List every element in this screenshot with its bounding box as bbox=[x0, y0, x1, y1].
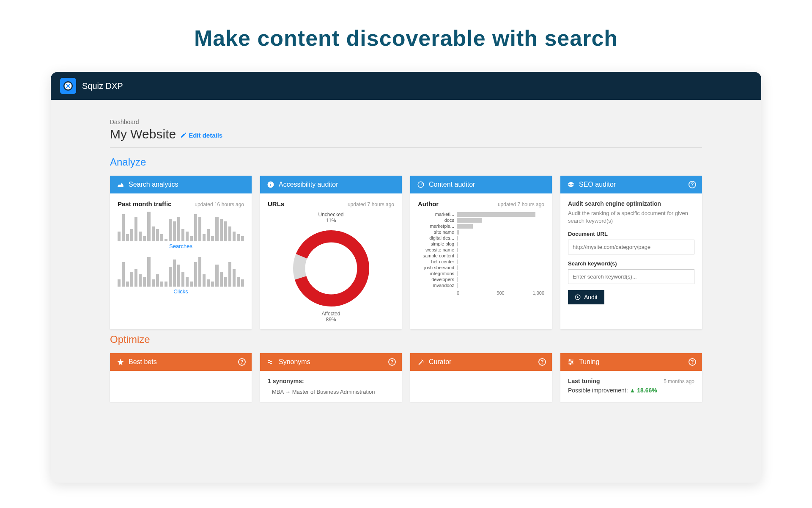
analytics-icon bbox=[117, 181, 124, 188]
keywords-input[interactable] bbox=[568, 269, 694, 284]
unchecked-pct: 11% bbox=[326, 218, 336, 224]
app-header: Squiz DXP bbox=[51, 72, 761, 100]
card-search-analytics[interactable]: Search analytics Past month traffic upda… bbox=[110, 176, 252, 329]
seo-description: Audit the ranking of a specific document… bbox=[568, 210, 694, 225]
help-icon[interactable]: ? bbox=[388, 358, 396, 366]
card-title: Synonyms bbox=[279, 358, 310, 366]
searches-chart-label[interactable]: Searches bbox=[118, 243, 244, 249]
optimize-cards: Best bets ? Synonyms ? 1 synonyms: MBA →… bbox=[110, 353, 702, 402]
edit-details-label: Edit details bbox=[189, 132, 222, 139]
card-title: Search analytics bbox=[129, 181, 178, 188]
card-title: Curator bbox=[429, 358, 451, 366]
card-header: Accessibility auditor bbox=[260, 176, 402, 193]
analyze-cards: Search analytics Past month traffic upda… bbox=[110, 176, 702, 329]
audit-button-label: Audit bbox=[584, 294, 598, 301]
card-title: Best bets bbox=[129, 358, 157, 366]
card-curator[interactable]: Curator ? bbox=[410, 353, 552, 402]
wand-icon bbox=[417, 358, 425, 366]
card-synonyms[interactable]: Synonyms ? 1 synonyms: MBA → Master of B… bbox=[260, 353, 402, 402]
card-seo-auditor: SEO auditor ? Audit search engine optimi… bbox=[560, 176, 702, 329]
card-accessibility[interactable]: Accessibility auditor URLs updated 7 hou… bbox=[260, 176, 402, 329]
svg-rect-3 bbox=[270, 183, 271, 184]
edit-details-link[interactable]: Edit details bbox=[180, 132, 222, 139]
improvement-row: Possible improvement: ▲ 18.66% bbox=[568, 387, 694, 394]
last-tuning-label: Last tuning bbox=[568, 378, 600, 384]
card-subtitle: URLs bbox=[268, 200, 284, 207]
card-header: Curator ? bbox=[410, 353, 552, 371]
svg-point-10 bbox=[570, 363, 571, 364]
svg-point-5 bbox=[299, 236, 363, 300]
play-circle-icon bbox=[575, 294, 581, 300]
card-best-bets[interactable]: Best bets ? bbox=[110, 353, 252, 402]
card-header: Best bets ? bbox=[110, 353, 252, 371]
card-header: Content auditor bbox=[410, 176, 552, 193]
help-icon[interactable]: ? bbox=[238, 358, 246, 366]
card-header: Synonyms ? bbox=[260, 353, 402, 371]
pencil-icon bbox=[180, 132, 187, 138]
synonym-item: MBA → Master of Business Administration bbox=[268, 389, 394, 395]
logo-icon bbox=[60, 78, 76, 94]
help-icon[interactable]: ? bbox=[689, 181, 696, 188]
help-icon[interactable]: ? bbox=[689, 358, 696, 366]
donut-chart bbox=[289, 226, 373, 311]
card-title: Tuning bbox=[579, 358, 599, 366]
app-title: Squiz DXP bbox=[82, 81, 123, 91]
author-chart: marketi...docsmarketpla...site namedigit… bbox=[418, 212, 544, 288]
sliders-icon bbox=[567, 358, 575, 366]
help-icon[interactable]: ? bbox=[538, 358, 546, 366]
improvement-value: 18.66% bbox=[637, 387, 657, 394]
section-analyze-title: Analyze bbox=[110, 156, 702, 168]
section-optimize-title: Optimize bbox=[110, 334, 702, 345]
star-icon bbox=[117, 358, 124, 366]
breadcrumb: Dashboard bbox=[110, 119, 702, 125]
card-title: SEO auditor bbox=[579, 181, 616, 188]
card-subtitle: Author bbox=[418, 200, 439, 207]
gauge-icon bbox=[417, 181, 425, 188]
clicks-chart bbox=[118, 257, 244, 287]
card-subtitle: Past month traffic bbox=[118, 200, 172, 207]
clicks-chart-label[interactable]: Clicks bbox=[118, 288, 244, 295]
breadcrumb-block: Dashboard My Website Edit details bbox=[110, 113, 702, 148]
card-tuning[interactable]: Tuning ? Last tuning 5 months ago Possib… bbox=[560, 353, 702, 402]
graduation-cap-icon bbox=[567, 181, 575, 188]
url-field-label: Document URL bbox=[568, 231, 694, 237]
seo-heading: Audit search engine optimization bbox=[568, 200, 694, 207]
svg-rect-2 bbox=[270, 184, 271, 186]
app-window: Squiz DXP Dashboard My Website Edit deta… bbox=[51, 72, 761, 483]
document-url-input[interactable] bbox=[568, 240, 694, 254]
author-chart-axis: 05001,000 bbox=[418, 290, 544, 295]
updated-label: updated 7 hours ago bbox=[498, 202, 544, 207]
updated-label: updated 16 hours ago bbox=[195, 202, 244, 207]
svg-point-9 bbox=[572, 362, 573, 363]
last-tuning-time: 5 months ago bbox=[664, 378, 694, 384]
synonyms-count: 1 synonyms: bbox=[268, 378, 394, 384]
updated-label: updated 7 hours ago bbox=[348, 202, 394, 207]
card-title: Content auditor bbox=[429, 181, 475, 188]
improvement-label: Possible improvement: bbox=[568, 387, 628, 394]
approximately-icon bbox=[267, 358, 274, 366]
card-header: Tuning ? bbox=[560, 353, 702, 371]
affected-pct: 89% bbox=[326, 317, 336, 323]
card-header: SEO auditor ? bbox=[560, 176, 702, 193]
info-icon bbox=[267, 181, 274, 188]
affected-label: Affected bbox=[322, 311, 340, 317]
svg-point-8 bbox=[569, 359, 571, 361]
card-header: Search analytics bbox=[110, 176, 252, 193]
audit-button[interactable]: Audit bbox=[568, 290, 604, 304]
card-title: Accessibility auditor bbox=[279, 181, 338, 188]
keywords-field-label: Search keyword(s) bbox=[568, 260, 694, 267]
page-title: My Website bbox=[110, 127, 176, 141]
hero-headline: Make content discoverable with search bbox=[0, 0, 812, 72]
unchecked-label: Unchecked bbox=[318, 212, 343, 218]
searches-chart bbox=[118, 212, 244, 241]
card-content-auditor[interactable]: Content auditor Author updated 7 hours a… bbox=[410, 176, 552, 329]
